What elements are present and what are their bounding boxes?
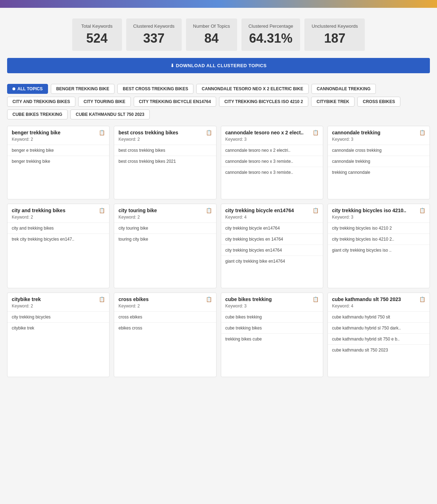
stat-value: 64.31%	[249, 31, 293, 46]
card-keyword-count: Keyword: 2	[114, 304, 216, 311]
card-title: cube kathmandu slt 750 2023	[332, 296, 401, 302]
card-items: cannondale cross trekkingcannondale trek…	[328, 145, 430, 178]
topics-filter: ALL TOPICSBENGER TREKKING BIKEBEST CROSS…	[0, 80, 437, 122]
card-title: city trekking bicycle en14764	[225, 208, 294, 213]
topic-tag[interactable]: CROSS EBIKES	[357, 97, 400, 107]
topic-tag[interactable]: CANNONDALE TREKKING	[311, 84, 376, 94]
card-keyword-count: Keyword: 2	[7, 215, 109, 222]
list-item: city trekking bicycles	[7, 312, 109, 323]
card-download-icon[interactable]: 📋	[99, 296, 105, 302]
topic-tag[interactable]: CITY TREKKING BICYCLES ISO 4210 2	[219, 97, 308, 107]
card-items: benger e trekking bikebenger trekking bi…	[7, 145, 109, 167]
card-download-icon[interactable]: 📋	[206, 130, 212, 135]
list-item: trekking bikes cube	[221, 334, 323, 344]
card-download-icon[interactable]: 📋	[419, 130, 425, 135]
list-item: cannondale tesoro neo x 3 remixte..	[221, 167, 323, 178]
stat-value: 524	[79, 31, 115, 46]
topic-card: citybike trek📋Keyword: 2city trekking bi…	[7, 293, 110, 377]
card-spacer	[7, 167, 109, 188]
card-download-icon[interactable]: 📋	[99, 130, 105, 135]
card-spacer	[328, 355, 430, 377]
list-item: best cross trekking bikes 2021	[114, 156, 216, 167]
card-items: cube bikes trekkingcube trekking bikestr…	[221, 311, 323, 344]
list-item: trekking cannondale	[328, 167, 430, 178]
card-title: cross ebikes	[118, 296, 149, 302]
card-keyword-count: Keyword: 2	[7, 304, 109, 311]
card-items: city and trekking bikestrek city trekkin…	[7, 222, 109, 245]
card-download-icon[interactable]: 📋	[419, 208, 425, 213]
topic-tag[interactable]: CANNONDALE TESORO NEO X 2 ELECTRIC BIKE	[196, 84, 308, 94]
card-download-icon[interactable]: 📋	[313, 208, 319, 213]
card-keyword-count: Keyword: 3	[328, 137, 430, 145]
card-keyword-count: Keyword: 2	[114, 215, 216, 222]
card-spacer	[328, 178, 430, 199]
list-item: cube kathmandu slt 750 2023	[328, 345, 430, 355]
list-item: ebikes cross	[114, 323, 216, 333]
list-item: cube kathmandu hybrid 750 slt	[328, 312, 430, 323]
topic-tag[interactable]: BEST CROSS TREKKING BIKES	[117, 84, 193, 94]
topic-tag[interactable]: ALL TOPICS	[7, 84, 48, 94]
card-items: cannondale tesoro neo x 2 electri..canno…	[221, 145, 323, 178]
topic-tag[interactable]: CITYBIKE TREK	[311, 97, 355, 107]
topic-card: best cross trekking bikes📋Keyword: 2best…	[114, 126, 216, 199]
list-item: cube bikes trekking	[221, 312, 323, 323]
card-spacer	[221, 344, 323, 366]
topic-tag[interactable]: CUBE KATHMANDU SLT 750 2023	[70, 109, 150, 119]
stat-label: Clustered Percentage	[249, 23, 293, 29]
card-title: benger trekking bike	[12, 130, 60, 135]
list-item: giant city trekking bike en14764	[221, 256, 323, 267]
card-spacer	[328, 256, 430, 277]
topic-tag[interactable]: BENGER TREKKING BIKE	[51, 84, 114, 94]
list-item: city trekking bicycles iso 4210 2..	[328, 234, 430, 245]
card-keyword-count: Keyword: 4	[328, 304, 430, 311]
list-item: city trekking bicycles en14764	[221, 245, 323, 256]
list-item: giant city trekking bicycles iso ..	[328, 245, 430, 256]
card-title: citybike trek	[12, 296, 41, 302]
card-header: cannondale tesoro neo x 2 elect..📋	[221, 126, 323, 137]
card-keyword-count: Keyword: 3	[221, 304, 323, 311]
list-item: cannondale tesoro neo x 3 remixte..	[221, 156, 323, 167]
card-download-icon[interactable]: 📋	[206, 208, 212, 213]
topic-tag[interactable]: CITY TREKKING BICYCLE EN14764	[134, 97, 217, 107]
stat-value: 187	[311, 31, 358, 46]
card-spacer	[221, 178, 323, 199]
list-item: city trekking bicycle en14764	[221, 223, 323, 234]
topic-tag[interactable]: CITY AND TREKKING BIKES	[7, 97, 75, 107]
stat-card: Number Of Topics 84	[186, 18, 237, 51]
card-spacer	[7, 333, 109, 355]
card-download-icon[interactable]: 📋	[206, 296, 212, 302]
list-item: cross ebikes	[114, 312, 216, 323]
card-title: best cross trekking bikes	[118, 130, 178, 135]
card-items: city touring biketouring city bike	[114, 222, 216, 245]
topic-card: cross ebikes📋Keyword: 2cross ebikesebike…	[114, 293, 216, 377]
list-item: benger e trekking bike	[7, 145, 109, 156]
list-item: city touring bike	[114, 223, 216, 234]
download-all-button[interactable]: ⬇ DOWNLOAD ALL CLUSTERED TOPICS	[7, 58, 430, 73]
list-item: citybike trek	[7, 323, 109, 333]
list-item: cannondale cross trekking	[328, 145, 430, 156]
stat-label: Number Of Topics	[193, 23, 230, 29]
card-header: city trekking bicycle en14764📋	[221, 204, 323, 215]
list-item: city trekking bicycles iso 4210 2	[328, 223, 430, 234]
card-items: city trekking bicycle en14764city trekki…	[221, 222, 323, 267]
list-item: benger trekking bike	[7, 156, 109, 167]
card-download-icon[interactable]: 📋	[99, 208, 105, 213]
card-header: benger trekking bike📋	[7, 126, 109, 137]
card-download-icon[interactable]: 📋	[313, 296, 319, 302]
list-item: cube trekking bikes	[221, 323, 323, 334]
card-header: city and trekking bikes📋	[7, 204, 109, 215]
topic-tag[interactable]: CUBE BIKES TREKKING	[7, 109, 68, 119]
card-items: best cross trekking bikesbest cross trek…	[114, 145, 216, 167]
card-download-icon[interactable]: 📋	[419, 296, 425, 302]
stat-label: Unclustered Keywords	[311, 23, 358, 29]
card-spacer	[221, 267, 323, 288]
stat-card: Clustered Percentage 64.31%	[241, 18, 300, 51]
topic-card: cube kathmandu slt 750 2023📋Keyword: 4cu…	[327, 293, 430, 377]
topic-tag[interactable]: CITY TOURING BIKE	[78, 97, 131, 107]
topic-card: benger trekking bike📋Keyword: 2benger e …	[7, 126, 110, 199]
card-download-icon[interactable]: 📋	[313, 130, 319, 135]
list-item: cube kathmandu hybrid slt 750 e b..	[328, 334, 430, 345]
card-spacer	[114, 333, 216, 355]
card-keyword-count: Keyword: 2	[114, 137, 216, 145]
card-keyword-count: Keyword: 3	[328, 215, 430, 222]
